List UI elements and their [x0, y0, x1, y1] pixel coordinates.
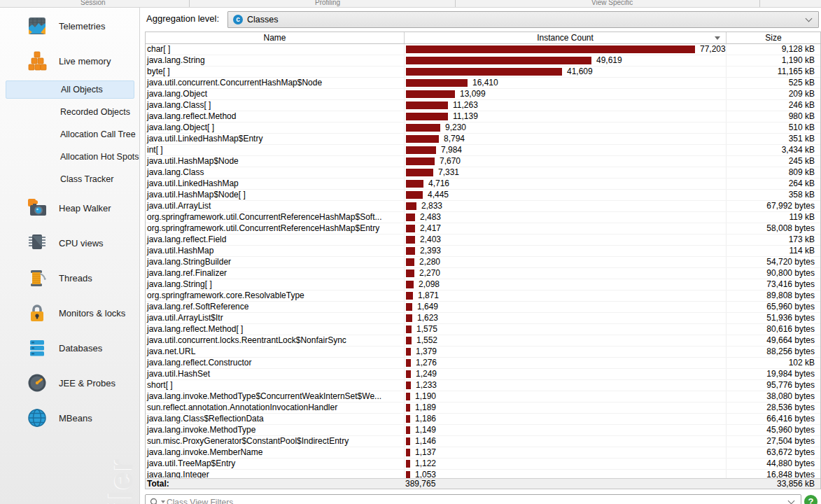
instance-count-value: 7,331 [438, 167, 459, 178]
table-row[interactable]: java.lang.invoke.MethodType1,14945,960 b… [146, 425, 820, 436]
size-value: 38,080 bytes [726, 391, 820, 402]
size-value: 358 kB [726, 190, 820, 200]
aggregation-level-label: Aggregation level: [146, 13, 219, 24]
class-name: char[ ] [146, 44, 404, 55]
class-name: sun.reflect.annotation.AnnotationInvocat… [146, 402, 404, 413]
instance-count-bar [406, 370, 411, 378]
help-icon[interactable]: ? [804, 495, 818, 504]
size-value: 809 kB [726, 167, 820, 178]
size-value: 44,880 bytes [726, 458, 820, 469]
instance-count-value: 1,552 [416, 335, 437, 346]
table-row[interactable]: java.lang.invoke.MemberName1,13763,672 b… [146, 447, 820, 458]
table-row[interactable]: java.lang.String[ ]2,09873,416 bytes [146, 279, 820, 290]
table-row[interactable]: java.lang.reflect.Field2,403173 kB [146, 234, 820, 246]
table-row[interactable]: java.lang.String49,6191,190 kB [146, 55, 820, 66]
instance-count-bar [406, 46, 695, 53]
table-row[interactable]: java.lang.Integer1,05316,848 bytes [146, 470, 820, 478]
table-row[interactable]: java.util.ArrayList$Itr1,62351,936 bytes [146, 313, 820, 324]
table-row[interactable]: java.net.URL1,37988,256 bytes [146, 346, 820, 358]
instance-count-cell: 1,190 [404, 391, 726, 402]
table-row[interactable]: java.lang.invoke.MethodType$ConcurrentWe… [146, 391, 820, 402]
class-name: java.util.HashSet [146, 369, 404, 379]
table-row[interactable]: java.lang.ref.SoftReference1,64965,960 b… [146, 302, 820, 313]
table-row[interactable]: java.lang.reflect.Method11,139980 kB [146, 111, 820, 122]
sidebar-item-class-tracker[interactable]: Class Tracker [6, 170, 134, 188]
instance-count-value: 1,379 [416, 346, 437, 357]
sidebar-item-heap-walker[interactable]: Heap Walker [0, 197, 139, 218]
table-row[interactable]: byte[ ]41,60911,165 kB [146, 66, 820, 78]
table-row[interactable]: java.util.concurrent.ConcurrentHashMap$N… [146, 78, 820, 89]
aggregation-level-dropdown[interactable]: c Classes [227, 11, 819, 28]
aggregation-level-value: Classes [247, 15, 278, 24]
toolbar-group-profiling: Profiling [315, 0, 340, 6]
sidebar-item-all-objects[interactable]: All Objects [6, 80, 134, 99]
table-row[interactable]: char[ ]77,2039,128 kB [146, 44, 820, 55]
sidebar-item-label: MBeans [59, 413, 92, 424]
table-row[interactable]: java.lang.reflect.Constructor1,276102 kB [146, 358, 820, 369]
table-row[interactable]: java.util.HashMap2,393114 kB [146, 246, 820, 257]
instance-count-cell: 2,833 [404, 201, 726, 211]
table-row[interactable]: java.lang.StringBuilder2,28054,720 bytes [146, 257, 820, 268]
table-row[interactable]: java.util.ArrayList2,83367,992 bytes [146, 201, 820, 212]
sidebar-item-label: CPU views [59, 238, 104, 248]
filter-options-caret-icon[interactable] [161, 500, 165, 503]
class-name: java.lang.reflect.Method [146, 111, 404, 122]
instance-count-value: 1,189 [415, 402, 436, 413]
size-value: 66,416 bytes [726, 414, 820, 424]
table-row[interactable]: sun.reflect.annotation.AnnotationInvocat… [146, 402, 820, 414]
instance-count-cell: 2,270 [404, 268, 726, 279]
sidebar-item-telemetries[interactable]: Telemetries [0, 15, 139, 36]
column-header-size[interactable]: Size [726, 32, 820, 43]
table-row[interactable]: java.lang.Object[ ]9,230510 kB [146, 122, 820, 134]
table-row[interactable]: java.lang.reflect.Method[ ]1,57580,616 b… [146, 324, 820, 335]
column-header-name[interactable]: Name [146, 32, 404, 43]
table-row[interactable]: java.util.concurrent.locks.ReentrantLock… [146, 335, 820, 346]
class-view-filters-input[interactable]: Class View Filters [145, 494, 801, 504]
class-name: java.lang.ref.Finalizer [146, 268, 404, 279]
table-row[interactable]: org.springframework.util.ConcurrentRefer… [146, 212, 820, 223]
column-header-instance-count[interactable]: Instance Count [404, 32, 726, 43]
table-row[interactable]: java.lang.Class7,331809 kB [146, 167, 820, 178]
class-name: java.lang.String[ ] [146, 279, 404, 290]
sidebar-item-databases[interactable]: Databases [0, 337, 139, 358]
sidebar-item-allocation-hot-spots[interactable]: Allocation Hot Spots [6, 148, 134, 166]
total-size: 33,856 kB [726, 479, 820, 489]
table-row[interactable]: java.util.HashMap$Node7,670245 kB [146, 156, 820, 167]
instance-count-bar [406, 404, 410, 412]
sidebar-item-live-memory[interactable]: Live memory [0, 50, 139, 71]
sidebar-item-threads[interactable]: Threads [0, 267, 139, 288]
instance-count-value: 1,137 [415, 447, 436, 458]
size-value: 63,672 bytes [726, 447, 820, 458]
table-row[interactable]: java.util.HashMap$Node[ ]4,445358 kB [146, 190, 820, 201]
instance-count-value: 49,619 [596, 55, 622, 66]
chevron-down-icon[interactable] [788, 498, 795, 504]
table-row[interactable]: java.lang.Class[ ]11,263246 kB [146, 100, 820, 111]
table-row[interactable]: java.lang.Class$ReflectionData1,18666,41… [146, 414, 820, 425]
sidebar-item-cpu-views[interactable]: CPU views [0, 232, 139, 253]
instance-count-value: 2,098 [419, 279, 440, 290]
table-row[interactable]: sun.misc.ProxyGenerator$ConstantPool$Ind… [146, 436, 820, 447]
instance-count-value: 1,649 [417, 302, 438, 312]
table-row[interactable]: short[ ]1,23395,776 bytes [146, 380, 820, 391]
sidebar-item-monitors-locks[interactable]: Monitors & locks [0, 302, 139, 323]
size-value: 9,128 kB [726, 44, 820, 55]
sidebar-item-allocation-call-tree[interactable]: Allocation Call Tree [6, 125, 134, 144]
table-row[interactable]: int[ ]7,9843,434 kB [146, 145, 820, 156]
instance-count-cell: 1,623 [404, 313, 726, 323]
table-row[interactable]: org.springframework.util.ConcurrentRefer… [146, 223, 820, 234]
instance-count-bar [406, 438, 410, 445]
table-row[interactable]: java.util.TreeMap$Entry1,12244,880 bytes [146, 458, 820, 470]
sidebar-item-recorded-objects[interactable]: Recorded Objects [6, 103, 134, 121]
size-value: 119 kB [726, 212, 820, 223]
instance-count-cell: 4,716 [404, 178, 726, 189]
instance-count-cell: 49,619 [404, 55, 726, 66]
instance-count-cell: 8,794 [404, 134, 726, 144]
table-row[interactable]: org.springframework.core.ResolvableType1… [146, 290, 820, 302]
table-row[interactable]: java.util.LinkedHashMap4,716264 kB [146, 178, 820, 190]
table-row[interactable]: java.util.HashSet1,24919,984 bytes [146, 369, 820, 380]
table-row[interactable]: java.lang.ref.Finalizer2,27090,800 bytes [146, 268, 820, 279]
size-value: 264 kB [726, 178, 820, 189]
instance-count-cell: 41,609 [404, 66, 726, 77]
table-row[interactable]: java.lang.Object13,099209 kB [146, 89, 820, 100]
table-row[interactable]: java.util.LinkedHashMap$Entry8,794351 kB [146, 134, 820, 145]
